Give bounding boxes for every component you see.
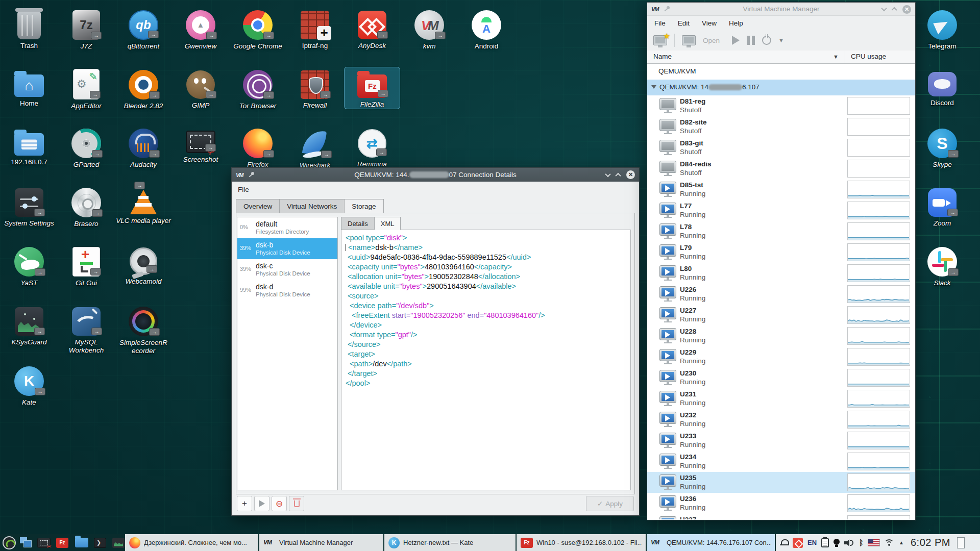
menu-file[interactable]: File <box>232 182 255 197</box>
vm-row-l80[interactable]: L80Running <box>647 263 915 284</box>
column-name[interactable]: Name <box>653 53 672 60</box>
vm-row-d83-git[interactable]: D83-gitShutoff <box>647 137 915 158</box>
keyboard-layout-indicator[interactable]: EN <box>807 539 817 546</box>
task-hetzner-new-txt-kate[interactable]: Hetzner-new.txt — Kate <box>384 534 516 551</box>
desktop-icon-telegram[interactable]: Telegram <box>914 7 970 51</box>
desktop-icon-192-168-0-7[interactable]: 192.168.0.7 <box>1 126 57 166</box>
clock[interactable]: 6:02 PM <box>909 537 952 548</box>
expander-triangle-icon[interactable] <box>651 85 656 89</box>
desktop-icon-gwenview[interactable]: →Gwenview <box>173 7 229 51</box>
vm-row-u230[interactable]: U230Running <box>647 367 915 388</box>
connection-details-titlebar[interactable]: VM QEMU/KVM: 144.07 Connection Details ✕ <box>232 168 639 182</box>
menu-edit[interactable]: Edit <box>672 16 696 30</box>
desktop-icon-zoom[interactable]: →Zoom <box>914 185 970 228</box>
shutdown-vm-button[interactable] <box>762 36 771 45</box>
desktop-icon-firewall[interactable]: →Firewall <box>287 67 343 110</box>
tab-storage[interactable]: Storage <box>344 199 383 213</box>
pause-vm-button[interactable] <box>747 36 755 45</box>
desktop-icon-home[interactable]: Home <box>1 67 57 108</box>
pool-item-dsk-c[interactable]: 39%dsk-cPhysical Disk Device <box>237 259 337 280</box>
application-launcher[interactable] <box>1 534 17 551</box>
desktop-icon-gparted[interactable]: →GParted <box>58 126 114 169</box>
filezilla-launcher[interactable] <box>54 534 70 551</box>
detail-tab-xml[interactable]: XML <box>374 217 401 230</box>
vm-row-u231[interactable]: U231Running <box>647 388 915 409</box>
pool-item-dsk-b[interactable]: 39%dsk-bPhysical Disk Device <box>237 238 337 259</box>
task-qemu-kvm-144-76-176-107-con[interactable]: QEMU/KVM: 144.76.176.107 Con... <box>647 534 775 551</box>
us-flag-icon[interactable] <box>868 539 879 546</box>
menu-file[interactable]: File <box>648 16 672 30</box>
task-win10-suse-192-168-0-102-fil[interactable]: Win10 - suse@192.168.0.102 - Fil... <box>517 534 646 551</box>
desktop-icon-vlc-media-player[interactable]: →VLC media player <box>115 185 172 225</box>
desktop-icon-google-chrome[interactable]: →Google Chrome <box>230 7 286 51</box>
vm-row-u232[interactable]: U232Running <box>647 409 915 430</box>
vm-row-u229[interactable]: U229Running <box>647 346 915 367</box>
desktop-icon-brasero[interactable]: →Brasero <box>58 185 114 228</box>
desktop-icon-mysql-workbench[interactable]: →MySQL Workbench <box>58 304 114 355</box>
vm-row-d85-tst[interactable]: D85-tstRunning <box>647 179 915 200</box>
desktop-icon-android[interactable]: Android <box>458 7 514 51</box>
column-cpu-usage[interactable]: CPU usage <box>851 53 886 60</box>
desktop-icon-ksysguard[interactable]: →KSysGuard <box>1 304 57 346</box>
bluetooth-icon[interactable]: ᛒ <box>859 538 864 547</box>
vm-row-l77[interactable]: L77Running <box>647 200 915 221</box>
task-virtual-machine-manager[interactable]: Virtual Machine Manager <box>259 534 383 551</box>
tab-overview[interactable]: Overview <box>236 199 280 213</box>
virtual-desktop-pager[interactable] <box>18 534 35 551</box>
vm-row-u233[interactable]: U233Running <box>647 430 915 451</box>
vm-row-d82-site[interactable]: D82-siteShutoff <box>647 116 915 137</box>
stop-pool-button[interactable]: ⊖ <box>272 496 287 511</box>
desktop-icon-skype[interactable]: →Skype <box>914 126 970 169</box>
open-button[interactable]: Open <box>703 37 720 44</box>
apply-button[interactable]: ✓ Apply <box>586 496 634 511</box>
desktop-icon-system-settings[interactable]: →System Settings <box>1 185 57 228</box>
vm-group-row[interactable]: QEMU/KVM <box>647 64 915 80</box>
media-launcher[interactable] <box>110 534 127 551</box>
menu-help[interactable]: Help <box>723 16 749 30</box>
desktop-icon-qbittorrent[interactable]: →qBittorrent <box>115 7 172 51</box>
menu-view[interactable]: View <box>696 16 723 30</box>
anydesk-tray-icon[interactable] <box>793 538 803 548</box>
minimize-button[interactable] <box>605 171 610 177</box>
desktop-icon-screenshot[interactable]: →Screenshot <box>173 126 229 164</box>
desktop-icon-slack[interactable]: →Slack <box>914 244 970 287</box>
desktop-icon-trash[interactable]: Trash <box>1 7 57 50</box>
pool-xml-editor[interactable]: <pool type="disk"> <name>dsk-b</name> <u… <box>341 230 631 490</box>
notifications-icon[interactable] <box>780 539 788 546</box>
vm-row-u234[interactable]: U234Running <box>647 451 915 472</box>
desktop-icon-appeditor[interactable]: →AppEditor <box>58 67 114 110</box>
minimize-button[interactable] <box>881 6 887 11</box>
vm-row-u235[interactable]: U235Running <box>647 472 915 493</box>
vm-host-row[interactable]: QEMU/KVM: 146.107 <box>647 80 915 95</box>
vm-row-u227[interactable]: U227Running <box>647 305 915 325</box>
task-[interactable]: Дзержинский. Сложнее, чем мо... <box>125 534 258 551</box>
file-manager-launcher[interactable] <box>74 534 90 551</box>
desktop-icon-wireshark[interactable]: →Wireshark <box>287 126 343 169</box>
vm-row-d84-redis[interactable]: D84-redisShutoff <box>647 158 915 179</box>
desktop-icon-gimp[interactable]: →GIMP <box>173 67 229 110</box>
vmm-titlebar[interactable]: VM Virtual Machine Manager ✕ <box>647 3 915 16</box>
volume-icon[interactable] <box>844 539 854 547</box>
pool-item-dsk-d[interactable]: 99%dsk-dPhysical Disk Device <box>237 280 337 301</box>
desktop-icon-kvm[interactable]: →kvm <box>401 7 457 51</box>
desktop-icon-kate[interactable]: →Kate <box>1 363 57 407</box>
clipboard-icon[interactable] <box>821 538 829 547</box>
desktop-icon-firefox[interactable]: →Firefox <box>230 126 286 169</box>
vm-row-u228[interactable]: U228Running <box>647 325 915 346</box>
shutdown-menu-caret[interactable]: ▼ <box>778 37 784 43</box>
desktop-icon-git-gui[interactable]: →Git Gui <box>58 244 114 287</box>
detail-tab-details[interactable]: Details <box>341 217 375 230</box>
add-pool-button[interactable]: + <box>237 496 252 511</box>
desktop-icon-remmina[interactable]: →Remmina <box>344 126 400 168</box>
desktop-icon-simplescreenr-ecorder[interactable]: →SimpleScreenR ecorder <box>115 304 172 356</box>
tray-expander[interactable]: ▲ <box>899 540 904 545</box>
column-separator[interactable] <box>845 51 845 63</box>
delete-pool-button[interactable] <box>289 496 304 511</box>
desktop-icon-discord[interactable]: Discord <box>914 67 970 107</box>
desktop-icon-tor-browser[interactable]: →Tor Browser <box>230 67 286 110</box>
desktop-icon-filezilla[interactable]: →FileZilla <box>344 67 400 109</box>
desktop-icon-j7z[interactable]: →J7Z <box>58 7 114 51</box>
tab-virtual-networks[interactable]: Virtual Networks <box>279 199 345 213</box>
desktop-icon-webcamoid[interactable]: →Webcamoid <box>115 244 172 286</box>
desktop-icon-anydesk[interactable]: →AnyDesk <box>344 7 400 50</box>
